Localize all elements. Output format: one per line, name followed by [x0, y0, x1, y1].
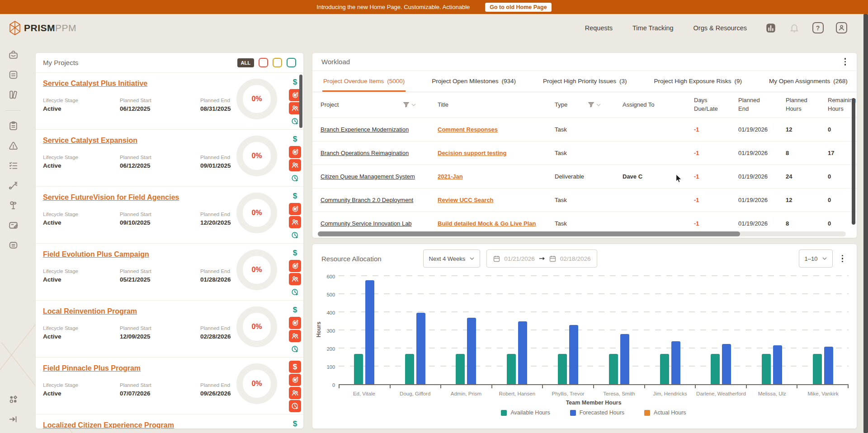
row-planned-hours: 12 — [786, 193, 828, 207]
tab-my-open-assignments[interactable]: My Open Assignments(268) — [768, 71, 849, 92]
workload-vertical-scrollbar[interactable] — [852, 98, 855, 225]
project-link[interactable]: Field Evolution Plus Campaign — [43, 250, 149, 259]
checklist-icon[interactable] — [7, 160, 19, 171]
money-indicator-icon[interactable]: $ — [289, 304, 301, 316]
tab-project-open-milestones[interactable]: Project Open Milestones(934) — [431, 71, 517, 92]
project-link[interactable]: Localized Citizen Experience Program — [43, 421, 174, 429]
card-pen-icon[interactable] — [7, 219, 19, 231]
money-indicator-icon[interactable]: $ — [289, 247, 301, 259]
planned-start-value: 05/21/2025 — [120, 276, 200, 283]
workload-kebab-menu-icon[interactable] — [843, 56, 848, 67]
legend-swatch — [501, 410, 507, 416]
project-link[interactable]: Local Reinvention Program — [43, 307, 137, 315]
project-link[interactable]: Service FutureVision for Field Agencies — [43, 193, 179, 202]
money-indicator-icon[interactable]: $ — [289, 361, 301, 373]
briefcase-icon[interactable] — [7, 49, 19, 61]
panel-title: Resource Allocation — [321, 255, 382, 263]
sign-out-icon[interactable] — [7, 413, 19, 425]
chart-bar — [773, 345, 782, 384]
row-project-link[interactable]: Branch Operations Reimagination — [321, 150, 409, 156]
brand-logo[interactable]: PRISMPPM — [9, 21, 76, 35]
target-indicator-icon[interactable] — [289, 203, 301, 215]
notifications-bell-icon[interactable] — [788, 22, 800, 34]
row-title-link[interactable]: Build detailed Mock & Go Live Plan — [438, 220, 536, 227]
project-link[interactable]: Service Catalyst Plus Initiative — [43, 80, 147, 88]
people-indicator-icon[interactable] — [289, 387, 301, 399]
project-filter-icon[interactable] — [403, 102, 416, 108]
signpost-icon[interactable] — [7, 199, 19, 211]
col-days-due-late: Days Due/Late — [694, 96, 738, 113]
workload-horizontal-scrollbar[interactable] — [318, 231, 846, 236]
row-title-link[interactable]: 2021-Jan — [438, 173, 463, 180]
time-indicator-icon[interactable] — [289, 172, 301, 184]
target-indicator-icon[interactable] — [289, 146, 301, 158]
banner-message: Introducing the new Home Page. Customiza… — [316, 4, 470, 10]
people-indicator-icon[interactable] — [289, 273, 301, 285]
money-indicator-icon[interactable]: $ — [289, 190, 301, 202]
date-from: 01/21/2026 — [504, 255, 535, 262]
range-select[interactable]: Next 4 Weeks — [423, 249, 481, 268]
chart-bar — [416, 313, 425, 384]
analytics-icon[interactable] — [765, 22, 777, 34]
date-range-input[interactable]: 01/21/2026 02/18/2026 — [486, 249, 597, 268]
row-planned-hours: 24 — [786, 169, 828, 184]
row-project-link[interactable]: Branch Experience Modernization — [321, 126, 409, 133]
announcement-banner: Introducing the new Home Page. Customiza… — [0, 0, 868, 14]
page-scrollbar[interactable] — [863, 14, 868, 433]
row-project-link[interactable]: Citizen Queue Management System — [321, 173, 415, 180]
clipboard-icon[interactable] — [7, 120, 19, 132]
nav-requests[interactable]: Requests — [585, 24, 613, 32]
filter-yellow-square[interactable] — [273, 58, 282, 67]
row-type: Task — [555, 146, 623, 160]
project-link[interactable]: Service Catalyst Expansion — [43, 136, 137, 145]
nav-orgs-resources[interactable]: Orgs & Resources — [693, 24, 747, 32]
legend-item: Available Hours — [501, 409, 550, 416]
people-indicator-icon[interactable] — [289, 330, 301, 342]
time-indicator-icon[interactable] — [289, 343, 301, 355]
lifecycle-value: Active — [43, 276, 120, 283]
row-project-link[interactable]: Community Service Innovation Lab — [321, 220, 412, 227]
target-indicator-icon[interactable] — [289, 317, 301, 329]
help-icon[interactable]: ? — [812, 22, 824, 34]
resource-kebab-menu-icon[interactable] — [840, 253, 845, 264]
route-x-icon[interactable] — [7, 179, 19, 191]
row-assigned-to — [623, 197, 694, 204]
planned-start-label: Planned Start — [120, 268, 200, 274]
nav-time-tracking[interactable]: Time Tracking — [632, 24, 674, 32]
target-indicator-icon[interactable] — [289, 374, 301, 386]
books-icon[interactable] — [7, 89, 19, 100]
people-indicator-icon[interactable] — [289, 159, 301, 171]
my-projects-scrollbar[interactable] — [299, 75, 302, 128]
money-indicator-icon[interactable]: $ — [289, 418, 301, 429]
pager-select[interactable]: 1–10 — [799, 249, 833, 268]
app-header: PRISMPPM Requests Time Tracking Orgs & R… — [0, 14, 868, 42]
old-homepage-button[interactable]: Go to old Home Page — [485, 3, 551, 12]
time-indicator-icon[interactable] — [289, 286, 301, 298]
planned-start-label: Planned Start — [120, 325, 200, 331]
people-indicator-icon[interactable] — [289, 216, 301, 228]
filter-teal-square[interactable] — [287, 58, 296, 67]
money-indicator-icon[interactable]: $ — [289, 133, 301, 145]
row-title-link[interactable]: Decision support testing — [438, 150, 506, 156]
cards-icon[interactable] — [7, 69, 19, 80]
filter-red-square[interactable] — [259, 58, 268, 67]
tab-project-high-exposure-risks[interactable]: Project High Exposure Risks(9) — [653, 71, 743, 92]
tab-project-high-priority-issues[interactable]: Project High Priority Issues(3) — [542, 71, 628, 92]
target-indicator-icon[interactable] — [289, 260, 301, 272]
warning-triangle-icon[interactable] — [7, 140, 19, 151]
time-indicator-icon[interactable] — [289, 229, 301, 241]
row-title-link[interactable]: Comment Responses — [438, 126, 498, 133]
row-project-link[interactable]: Community Branch 2.0 Deployment — [321, 197, 413, 203]
sticky-note-icon[interactable] — [7, 239, 19, 251]
time-indicator-icon[interactable] — [289, 400, 301, 412]
type-filter-icon[interactable] — [588, 102, 601, 108]
lifecycle-label: Lifecycle Stage — [43, 382, 120, 388]
tab-project-overdue-items[interactable]: Project Overdue Items(5000) — [322, 71, 406, 92]
project-link[interactable]: Field Pinnacle Plus Program — [43, 364, 141, 372]
lifecycle-value: Active — [43, 105, 120, 112]
row-title-link[interactable]: Review UCC Search — [438, 197, 494, 203]
account-icon[interactable] — [835, 22, 847, 34]
project-indicators: $ — [289, 304, 301, 355]
filter-all-badge[interactable]: ALL — [237, 58, 254, 67]
apps-gear-icon[interactable] — [7, 393, 19, 405]
